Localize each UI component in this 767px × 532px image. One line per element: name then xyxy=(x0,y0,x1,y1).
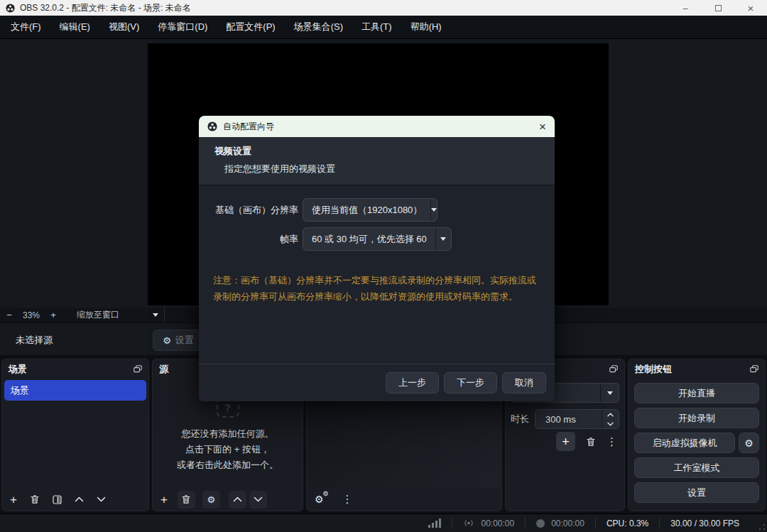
cancel-button[interactable]: 取消 xyxy=(502,372,546,393)
wizard-step-title: 视频设置 xyxy=(214,145,555,158)
scenes-toolbar: + xyxy=(2,488,148,511)
move-source-up-button[interactable] xyxy=(229,491,246,509)
stream-time: 00:00:00 xyxy=(481,519,514,528)
small-gear-icon: ⚙ xyxy=(322,490,328,497)
resolution-select[interactable]: 使用当前值（1920x1080） xyxy=(303,198,437,222)
move-scene-down-button[interactable] xyxy=(97,496,106,502)
menubar: 文件(F) 编辑(E) 视图(V) 停靠窗口(D) 配置文件(P) 场景集合(S… xyxy=(0,16,767,39)
menu-view[interactable]: 视图(V) xyxy=(99,21,148,33)
sources-empty-line: 点击下面的 + 按钮， xyxy=(185,442,270,457)
scene-item-label: 场景 xyxy=(11,384,29,397)
source-properties-label: 设置 xyxy=(175,334,194,347)
scenes-dock-title: 场景 xyxy=(9,363,27,376)
fps-value: 60 或 30 均可，优先选择 60 xyxy=(303,233,435,246)
settings-button[interactable]: 设置 xyxy=(634,482,759,503)
sources-dock-title: 源 xyxy=(159,363,168,376)
menu-edit[interactable]: 编辑(E) xyxy=(50,21,99,33)
start-streaming-button[interactable]: 开始直播 xyxy=(634,383,759,403)
remove-scene-button[interactable] xyxy=(30,494,40,504)
dialog-titlebar[interactable]: 自动配置向导 × xyxy=(199,116,555,137)
next-button[interactable]: 下一步 xyxy=(444,372,497,393)
record-time: 00:00:00 xyxy=(551,519,584,528)
fps-counter: 30.00 / 30.00 FPS xyxy=(660,519,750,528)
chevron-down-icon xyxy=(607,391,613,395)
obs-logo-icon xyxy=(207,121,217,131)
scene-filters-button[interactable] xyxy=(53,495,62,504)
duration-spinner[interactable]: 300 ms xyxy=(535,409,619,429)
chevron-down-icon xyxy=(153,313,158,317)
network-status xyxy=(418,519,452,528)
resize-grip[interactable] xyxy=(759,524,765,530)
transition-duration-row: 时长 300 ms xyxy=(511,409,619,429)
note-line-1: 注意：画布（基础）分辨率并不一定要与推流或录制的分辨率相同。实际推流或 xyxy=(213,272,543,288)
wizard-body: 基础（画布）分辨率 使用当前值（1920x1080） 帧率 60 或 30 均可… xyxy=(199,185,555,364)
no-source-label: 未选择源 xyxy=(16,334,53,347)
remove-transition-button[interactable] xyxy=(586,437,596,447)
window-title: OBS 32.0.2 - 配置文件: 未命名 - 场景: 未命名 xyxy=(20,2,191,14)
note-line-2: 录制的分辨率可从画布分辨率缩小，以降低对资源的使用或对码率的需求。 xyxy=(213,288,543,305)
scenes-dock-header: 场景 xyxy=(2,359,148,379)
obs-logo-icon xyxy=(6,4,15,13)
sources-toolbar: + ⚙ xyxy=(153,488,303,511)
fps-select[interactable]: 60 或 30 均可，优先选择 60 xyxy=(303,227,452,251)
controls-dock-header: 控制按钮 xyxy=(629,359,765,379)
zoom-mode-select[interactable]: 缩放至窗口 xyxy=(70,308,165,322)
maximize-icon xyxy=(715,5,722,11)
scenes-dock: 场景 场景 + xyxy=(1,359,149,511)
minimize-button[interactable]: – xyxy=(669,0,702,16)
fps-label: 帧率 xyxy=(199,233,298,246)
cpu-usage: CPU: 0.3% xyxy=(596,519,659,528)
maximize-button[interactable] xyxy=(702,0,734,16)
move-source-down-button[interactable] xyxy=(249,491,267,509)
wizard-step-subtitle: 指定您想要使用的视频设置 xyxy=(224,163,555,175)
advanced-audio-button[interactable]: ⚙⚙ xyxy=(315,494,324,505)
wizard-step-header: 视频设置 指定您想要使用的视频设置 xyxy=(199,137,555,185)
record-timer: 00:00:00 xyxy=(526,519,595,528)
duration-value: 300 ms xyxy=(535,410,602,428)
resolution-value: 使用当前值（1920x1080） xyxy=(303,204,430,217)
menu-scene-collection[interactable]: 场景集合(S) xyxy=(285,21,352,33)
controls-dock-title: 控制按钮 xyxy=(635,363,672,376)
sources-empty-state: ? 您还没有添加任何源。 点击下面的 + 按钮， 或者右击此处添加一个。 xyxy=(153,396,303,473)
remove-source-button[interactable] xyxy=(178,491,195,509)
back-button[interactable]: 上一步 xyxy=(386,372,439,393)
menu-docks[interactable]: 停靠窗口(D) xyxy=(148,21,217,33)
start-virtual-camera-button[interactable]: 启动虚拟摄像机 xyxy=(634,433,735,453)
duration-up-button[interactable] xyxy=(602,410,619,419)
source-properties-button[interactable]: ⚙ 设置 xyxy=(153,330,204,351)
zoom-in-button[interactable]: + xyxy=(44,310,62,320)
auto-config-wizard-dialog: 自动配置向导 × 视频设置 指定您想要使用的视频设置 基础（画布）分辨率 使用当… xyxy=(199,116,555,401)
window-titlebar: OBS 32.0.2 - 配置文件: 未命名 - 场景: 未命名 – × xyxy=(0,0,767,16)
chevron-down-icon xyxy=(431,208,437,212)
studio-mode-button[interactable]: 工作室模式 xyxy=(634,457,759,478)
add-scene-button[interactable]: + xyxy=(10,494,17,506)
menu-file[interactable]: 文件(F) xyxy=(1,21,50,33)
gear-icon: ⚙ xyxy=(163,335,171,346)
duration-down-button[interactable] xyxy=(602,419,619,428)
close-button[interactable]: × xyxy=(734,0,767,16)
menu-help[interactable]: 帮助(H) xyxy=(401,21,451,33)
sources-empty-line: 您还没有添加任何源。 xyxy=(182,426,274,442)
popout-icon[interactable] xyxy=(609,365,618,373)
menu-profile[interactable]: 配置文件(P) xyxy=(217,21,284,33)
broadcast-icon xyxy=(463,519,474,528)
start-recording-button[interactable]: 开始录制 xyxy=(634,408,759,428)
zoom-out-button[interactable]: − xyxy=(0,310,18,320)
sources-empty-line: 或者右击此处添加一个。 xyxy=(177,457,278,473)
move-scene-up-button[interactable] xyxy=(75,496,84,502)
resolution-label: 基础（画布）分辨率 xyxy=(199,204,298,217)
duration-label: 时长 xyxy=(511,413,535,425)
dialog-close-button[interactable]: × xyxy=(539,121,546,133)
stream-timer: 00:00:00 xyxy=(452,519,525,528)
add-transition-button[interactable]: + xyxy=(556,432,575,451)
mixer-menu-button[interactable]: ⋮ xyxy=(342,493,353,506)
scene-list-item[interactable]: 场景 xyxy=(4,380,146,401)
add-source-button[interactable]: + xyxy=(161,494,168,506)
source-settings-button[interactable]: ⚙ xyxy=(202,491,220,509)
transition-menu-button[interactable]: ⋮ xyxy=(606,435,617,448)
dialog-title: 自动配置向导 xyxy=(223,121,274,133)
popout-icon[interactable] xyxy=(134,365,142,373)
menu-tools[interactable]: 工具(T) xyxy=(352,21,401,33)
virtual-camera-settings-button[interactable]: ⚙ xyxy=(739,433,759,453)
popout-icon[interactable] xyxy=(750,365,758,373)
